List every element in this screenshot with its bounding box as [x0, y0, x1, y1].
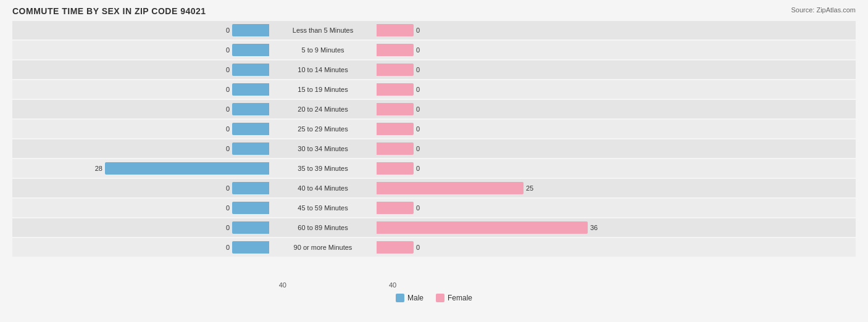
category-label: 15 to 19 Minutes: [272, 86, 374, 93]
female-bar: [377, 24, 414, 36]
category-label: 90 or more Minutes: [272, 244, 374, 251]
left-section: 0: [12, 41, 272, 59]
male-value: 0: [215, 184, 230, 192]
left-section: 0: [12, 100, 272, 118]
female-bar: [377, 202, 414, 214]
male-value: 0: [215, 27, 230, 34]
female-bar: [377, 241, 414, 254]
female-bar: [377, 221, 588, 234]
female-value: 25: [526, 184, 541, 192]
legend-male-box: [396, 294, 404, 302]
bar-row: 28 35 to 39 Minutes 0: [12, 159, 856, 178]
category-label: Less than 5 Minutes: [272, 27, 374, 34]
left-section: 0: [12, 60, 272, 79]
right-section: 0: [374, 139, 633, 158]
male-bar: [232, 44, 269, 56]
right-section: 25: [374, 179, 633, 197]
male-bar: [232, 103, 269, 115]
category-label: 60 to 89 Minutes: [272, 224, 374, 231]
male-value: 0: [215, 145, 230, 152]
axis-row: 40 40: [12, 281, 856, 289]
category-label: 45 to 59 Minutes: [272, 204, 374, 212]
bar-row: 0 25 to 29 Minutes 0: [12, 120, 856, 138]
female-bar: [377, 64, 414, 76]
category-label: 25 to 29 Minutes: [272, 125, 374, 133]
right-section: 0: [374, 199, 633, 217]
axis-left-label: 40: [12, 281, 286, 289]
male-value: 0: [215, 86, 230, 93]
legend-male-label: Male: [407, 294, 424, 302]
left-section: 0: [12, 80, 272, 99]
right-section: 0: [374, 21, 633, 39]
left-section: 28: [12, 159, 272, 178]
legend-female-label: Female: [448, 294, 472, 302]
right-section: 0: [374, 100, 633, 118]
male-bar: [232, 123, 269, 135]
male-bar: [232, 83, 269, 96]
male-bar: [232, 202, 269, 214]
male-value: 0: [215, 244, 230, 251]
male-value: 0: [215, 105, 230, 113]
bar-row: 0 90 or more Minutes 0: [12, 238, 856, 257]
left-section: 0: [12, 21, 272, 39]
right-section: 0: [374, 120, 633, 138]
right-section: 0: [374, 60, 633, 79]
right-section: 36: [374, 218, 633, 237]
left-section: 0: [12, 139, 272, 158]
male-value: 0: [215, 224, 230, 231]
bar-row: 0 20 to 24 Minutes 0: [12, 100, 856, 118]
male-value: 28: [88, 165, 102, 172]
female-value: 0: [416, 27, 431, 34]
male-bar: [232, 142, 269, 155]
female-bar: [377, 83, 414, 96]
left-section: 0: [12, 238, 272, 257]
bar-row: 0 Less than 5 Minutes 0: [12, 21, 856, 39]
left-section: 0: [12, 199, 272, 217]
axis-right-label: 40: [389, 281, 663, 289]
legend-female-box: [436, 294, 444, 302]
bar-row: 0 40 to 44 Minutes 25: [12, 179, 856, 197]
chart-area: 0 Less than 5 Minutes 0 0 5 to 9 Minutes…: [12, 21, 856, 280]
bar-row: 0 5 to 9 Minutes 0: [12, 41, 856, 59]
male-bar: [232, 221, 269, 234]
female-bar: [377, 142, 414, 155]
left-section: 0: [12, 218, 272, 237]
male-value: 0: [215, 46, 230, 54]
category-label: 30 to 34 Minutes: [272, 145, 374, 152]
female-value: 0: [416, 125, 431, 133]
right-section: 0: [374, 238, 633, 257]
chart-title: COMMUTE TIME BY SEX IN ZIP CODE 94021: [12, 6, 856, 16]
legend-female: Female: [436, 294, 472, 302]
male-bar: [105, 162, 269, 175]
category-label: 10 to 14 Minutes: [272, 66, 374, 73]
female-value: 36: [590, 224, 605, 231]
male-value: 0: [215, 204, 230, 212]
male-bar: [232, 24, 269, 36]
female-value: 0: [416, 105, 431, 113]
female-value: 0: [416, 46, 431, 54]
chart-container: COMMUTE TIME BY SEX IN ZIP CODE 94021 So…: [0, 0, 868, 322]
category-label: 5 to 9 Minutes: [272, 46, 374, 54]
left-section: 0: [12, 179, 272, 197]
bar-row: 0 45 to 59 Minutes 0: [12, 199, 856, 217]
female-bar: [377, 182, 524, 194]
male-value: 0: [215, 125, 230, 133]
male-bar: [232, 241, 269, 254]
right-section: 0: [374, 80, 633, 99]
male-value: 0: [215, 66, 230, 73]
bar-row: 0 30 to 34 Minutes 0: [12, 139, 856, 158]
legend-male: Male: [396, 294, 424, 302]
category-label: 35 to 39 Minutes: [272, 165, 374, 172]
male-bar: [232, 64, 269, 76]
category-label: 20 to 24 Minutes: [272, 105, 374, 113]
bar-row: 0 15 to 19 Minutes 0: [12, 80, 856, 99]
category-label: 40 to 44 Minutes: [272, 184, 374, 192]
female-bar: [377, 162, 414, 175]
female-value: 0: [416, 66, 431, 73]
female-value: 0: [416, 165, 431, 172]
female-value: 0: [416, 86, 431, 93]
female-value: 0: [416, 204, 431, 212]
male-bar: [232, 182, 269, 194]
right-section: 0: [374, 159, 633, 178]
female-value: 0: [416, 244, 431, 251]
